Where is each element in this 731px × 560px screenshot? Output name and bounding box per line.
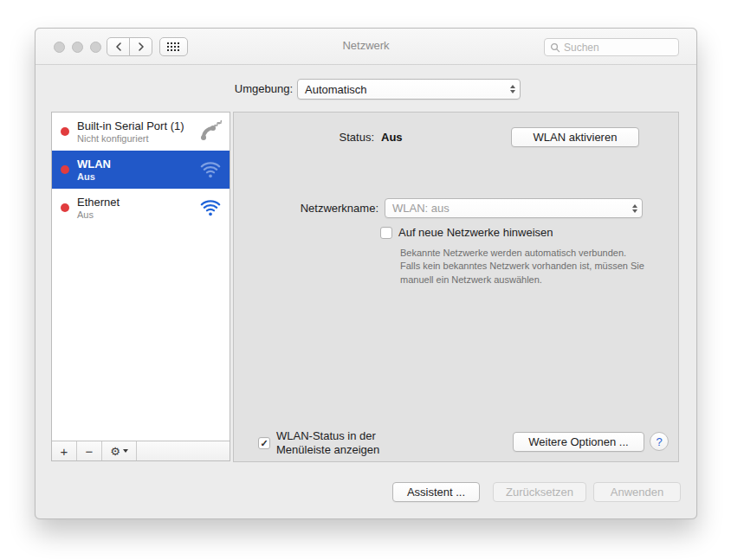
service-title: Ethernet	[77, 196, 120, 209]
helper-line: Falls kein bekanntes Netzwerk vorhanden …	[400, 260, 644, 273]
remove-service-button[interactable]: −	[77, 441, 102, 460]
location-popup[interactable]: Automatisch	[297, 79, 521, 100]
menubar-status-checkbox[interactable]: ✓	[258, 437, 270, 449]
chevron-up-down-icon	[510, 85, 515, 93]
wlan-settings-panel: Status: Aus WLAN aktivieren Netzwerkname…	[233, 112, 679, 462]
helper-line: manuell ein Netzwerk auswählen.	[400, 274, 644, 286]
network-name-popup[interactable]: WLAN: aus	[385, 198, 643, 218]
wifi-icon	[199, 197, 222, 218]
ask-new-networks-label: Auf neue Netzwerke hinweisen	[398, 226, 553, 240]
service-status: Nicht konfiguriert	[77, 133, 184, 144]
status-dot-red	[61, 127, 69, 136]
helper-line: Bekannte Netzwerke werden automatisch ve…	[400, 247, 644, 260]
known-networks-helper-text: Bekannte Netzwerke werden automatisch ve…	[400, 247, 644, 286]
sidebar-footer: + − ⚙	[52, 441, 230, 460]
title-bar: Netzwerk	[36, 29, 696, 65]
service-status: Aus	[77, 209, 120, 220]
service-title: Built-in Serial Port (1)	[77, 119, 184, 132]
network-preferences-window: Netzwerk Umgebung: Automatisch Built-in …	[35, 28, 697, 519]
services-sidebar: Built-in Serial Port (1) Nicht konfiguri…	[51, 112, 230, 461]
serial-phone-icon	[198, 120, 222, 144]
ask-new-networks-row: Auf neue Netzwerke hinweisen	[380, 226, 553, 240]
wlan-activate-button[interactable]: WLAN aktivieren	[511, 127, 639, 147]
menubar-status-label: WLAN-Status in der Menüleiste anzeigen	[276, 429, 379, 458]
sidebar-item-serial-port[interactable]: Built-in Serial Port (1) Nicht konfiguri…	[52, 113, 230, 151]
help-button[interactable]: ?	[650, 432, 669, 451]
status-dot-red	[61, 165, 69, 174]
advanced-options-button[interactable]: Weitere Optionen ...	[513, 432, 644, 452]
search-field[interactable]	[544, 38, 679, 56]
action-menu-button[interactable]: ⚙	[102, 441, 137, 460]
network-name-value: WLAN: aus	[392, 202, 450, 215]
service-title: WLAN	[77, 158, 111, 171]
location-label: Umgebung:	[165, 82, 293, 95]
chevron-down-icon	[123, 449, 128, 453]
status-label: Status:	[234, 131, 374, 144]
wifi-icon	[199, 159, 222, 180]
status-dot-red	[61, 203, 69, 212]
network-name-label: Netzwerkname:	[234, 202, 378, 215]
gear-icon: ⚙	[110, 445, 120, 458]
add-service-button[interactable]: +	[52, 441, 77, 460]
sidebar-item-wlan[interactable]: WLAN Aus	[52, 151, 230, 189]
chevron-up-down-icon	[632, 204, 637, 213]
revert-button[interactable]: Zurücksetzen	[493, 482, 586, 502]
search-icon	[550, 42, 560, 53]
sidebar-footer-spacer	[137, 441, 230, 460]
location-popup-value: Automatisch	[305, 83, 367, 96]
status-value: Aus	[381, 131, 403, 144]
assistant-button[interactable]: Assistent ...	[392, 482, 480, 502]
apply-button[interactable]: Anwenden	[593, 482, 681, 502]
sidebar-item-ethernet[interactable]: Ethernet Aus	[52, 189, 230, 227]
ask-new-networks-checkbox[interactable]	[380, 227, 392, 239]
search-input[interactable]	[564, 42, 673, 54]
menubar-status-row: ✓ WLAN-Status in der Menüleiste anzeigen	[258, 429, 379, 458]
service-status: Aus	[77, 171, 111, 182]
